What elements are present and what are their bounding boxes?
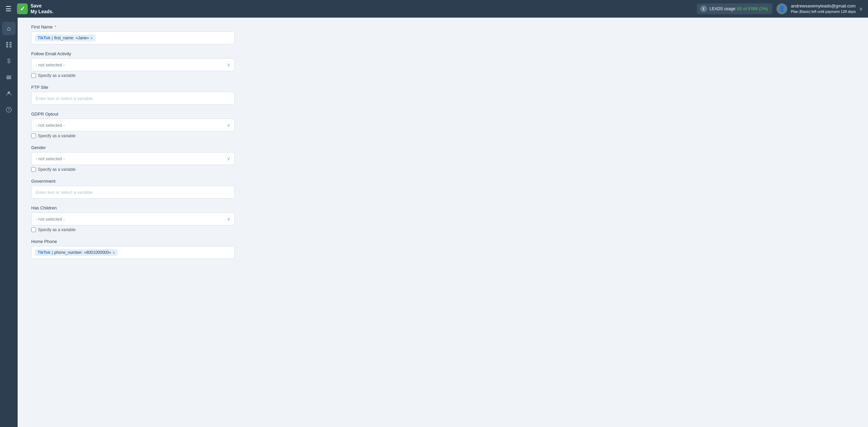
token-pipe: | [52, 250, 53, 255]
leads-usage-count: 52 of 5'000 (1%) [737, 6, 768, 11]
gender-variable-row: Specify as a variable [31, 167, 854, 172]
svg-rect-4 [6, 46, 8, 47]
leads-usage-widget: i LEADS usage: 52 of 5'000 (1%) [697, 3, 773, 14]
sidebar-item-account[interactable] [2, 87, 16, 100]
token-field: first_name: [54, 36, 74, 40]
field-label-ftp: FTP Site [31, 85, 854, 90]
select-value: - not selected - [36, 217, 65, 222]
field-gdpr-optout: GDPR Optout - not selected - ∨ Specify a… [31, 111, 854, 138]
svg-text:?: ? [8, 108, 10, 112]
field-first-name: First Name * TikTok | first_name: «Jane»… [31, 24, 854, 44]
sidebar-item-flows[interactable] [2, 38, 16, 52]
follow-email-variable-label[interactable]: Specify as a variable [38, 73, 76, 78]
svg-rect-6 [6, 77, 11, 78]
svg-rect-8 [6, 78, 11, 79]
field-label-has-children: Has Children [31, 205, 854, 210]
first-name-token[interactable]: TikTok | first_name: «Jane» × [35, 35, 96, 41]
select-chevron-icon: ∨ [227, 216, 230, 222]
select-value: - not selected - [36, 156, 65, 161]
follow-email-select[interactable]: - not selected - ∨ [31, 58, 235, 71]
select-chevron-icon: ∨ [227, 156, 230, 161]
field-ftp-site: FTP Site [31, 85, 854, 105]
svg-rect-7 [6, 76, 11, 77]
field-home-phone: Home Phone TikTok | phone_number: «80010… [31, 239, 854, 259]
field-label-gender: Gender [31, 145, 854, 150]
token-source: TikTok [38, 36, 51, 40]
svg-rect-1 [9, 42, 12, 43]
gdpr-variable-checkbox[interactable] [31, 134, 36, 138]
token-value: «8001000000» [84, 250, 111, 255]
logo: ✓ Save My Leads. [17, 3, 54, 15]
gender-variable-label[interactable]: Specify as a variable [38, 167, 76, 172]
user-email: andrewsavemyleads@gmail.com [791, 3, 856, 9]
home-phone-token[interactable]: TikTok | phone_number: «8001000000» × [35, 249, 118, 256]
government-input[interactable] [31, 186, 235, 199]
info-icon: i [700, 5, 707, 12]
gdpr-select[interactable]: - not selected - ∨ [31, 119, 235, 131]
token-source: TikTok [38, 250, 51, 255]
field-follow-email-activity: Follow Email Activity - not selected - ∨… [31, 51, 854, 78]
field-government: Government [31, 179, 854, 199]
avatar: 👤 [776, 3, 787, 14]
user-plan: Plan |Basic| left until payment 128 days [791, 9, 856, 14]
sidebar-item-help[interactable]: ? [2, 103, 16, 117]
user-info: andrewsavemyleads@gmail.com Plan |Basic|… [791, 3, 856, 15]
svg-rect-5 [9, 46, 12, 47]
content-area: First Name * TikTok | first_name: «Jane»… [18, 18, 868, 427]
main-layout: ⌂ $ [0, 18, 868, 427]
select-chevron-icon: ∨ [227, 122, 230, 128]
sidebar: ⌂ $ [0, 18, 18, 427]
select-chevron-icon: ∨ [227, 62, 230, 67]
sidebar-item-billing[interactable]: $ [2, 54, 16, 68]
field-label-follow-email: Follow Email Activity [31, 51, 854, 56]
field-has-children: Has Children - not selected - ∨ Specify … [31, 205, 854, 232]
svg-rect-3 [9, 44, 12, 45]
field-label-government: Government [31, 179, 854, 184]
svg-rect-2 [6, 44, 8, 45]
logo-checkmark: ✓ [17, 3, 28, 14]
leads-usage-text: LEADS usage: 52 of 5'000 (1%) [710, 6, 768, 11]
gender-variable-checkbox[interactable] [31, 167, 36, 172]
logo-text: Save My Leads. [31, 3, 54, 15]
token-close-icon[interactable]: × [113, 250, 115, 255]
svg-rect-0 [6, 42, 8, 43]
has-children-variable-row: Specify as a variable [31, 227, 854, 232]
gdpr-variable-label[interactable]: Specify as a variable [38, 134, 76, 138]
required-marker: * [54, 24, 57, 29]
field-label-gdpr: GDPR Optout [31, 111, 854, 117]
gdpr-variable-row: Specify as a variable [31, 134, 854, 138]
has-children-select[interactable]: - not selected - ∨ [31, 212, 235, 225]
token-close-icon[interactable]: × [90, 36, 93, 40]
user-section[interactable]: 👤 andrewsavemyleads@gmail.com Plan |Basi… [776, 3, 863, 15]
menu-icon[interactable]: ☰ [5, 5, 12, 13]
has-children-variable-checkbox[interactable] [31, 227, 36, 232]
sidebar-item-home[interactable]: ⌂ [2, 22, 16, 35]
field-label-home-phone: Home Phone [31, 239, 854, 244]
chevron-down-icon: ∨ [859, 6, 863, 12]
select-value: - not selected - [36, 123, 65, 128]
ftp-site-input[interactable] [31, 92, 235, 105]
follow-email-variable-checkbox[interactable] [31, 73, 36, 78]
has-children-variable-label[interactable]: Specify as a variable [38, 227, 76, 232]
home-phone-input[interactable]: TikTok | phone_number: «8001000000» × [31, 246, 235, 259]
token-value: «Jane» [76, 36, 89, 40]
sidebar-item-tools[interactable] [2, 70, 16, 84]
gender-select[interactable]: - not selected - ∨ [31, 152, 235, 165]
token-pipe: | [52, 36, 53, 40]
field-label-first-name: First Name * [31, 24, 854, 29]
token-field: phone_number: [54, 250, 83, 255]
field-gender: Gender - not selected - ∨ Specify as a v… [31, 145, 854, 172]
select-value: - not selected - [36, 62, 65, 67]
first-name-input[interactable]: TikTok | first_name: «Jane» × [31, 32, 235, 44]
topbar: ☰ ✓ Save My Leads. i LEADS usage: 52 of … [0, 0, 868, 18]
follow-email-variable-row: Specify as a variable [31, 73, 854, 78]
